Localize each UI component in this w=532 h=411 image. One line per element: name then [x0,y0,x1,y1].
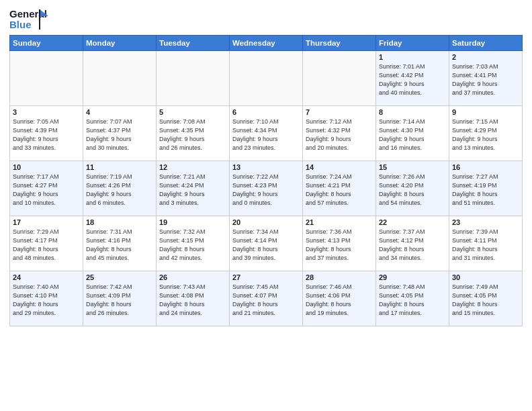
day-number: 24 [13,273,80,281]
day-number: 23 [452,218,519,226]
calendar-cell: 25Sunrise: 7:42 AM Sunset: 4:09 PM Dayli… [83,271,157,326]
day-number: 6 [232,108,300,116]
day-info: Sunrise: 7:03 AM Sunset: 4:41 PM Dayligh… [452,62,519,97]
calendar-cell: 7Sunrise: 7:12 AM Sunset: 4:32 PM Daylig… [303,106,376,161]
day-info: Sunrise: 7:22 AM Sunset: 4:23 PM Dayligh… [232,173,300,208]
day-number: 12 [159,163,226,171]
calendar-cell: 9Sunrise: 7:15 AM Sunset: 4:29 PM Daylig… [449,106,523,161]
calendar-cell: 16Sunrise: 7:27 AM Sunset: 4:19 PM Dayli… [449,161,523,216]
svg-text:Blue: Blue [9,19,32,30]
day-header-thursday: Thursday [303,36,376,51]
day-info: Sunrise: 7:34 AM Sunset: 4:14 PM Dayligh… [232,228,300,263]
day-info: Sunrise: 7:37 AM Sunset: 4:12 PM Dayligh… [379,228,446,263]
day-number: 2 [452,53,519,61]
calendar-cell: 21Sunrise: 7:36 AM Sunset: 4:13 PM Dayli… [303,216,376,271]
day-info: Sunrise: 7:45 AM Sunset: 4:07 PM Dayligh… [232,283,300,318]
calendar-cell: 20Sunrise: 7:34 AM Sunset: 4:14 PM Dayli… [230,216,303,271]
day-header-friday: Friday [376,36,449,51]
calendar-cell: 6Sunrise: 7:10 AM Sunset: 4:34 PM Daylig… [230,106,303,161]
calendar-cell: 29Sunrise: 7:48 AM Sunset: 4:05 PM Dayli… [376,271,449,326]
calendar-cell: 14Sunrise: 7:24 AM Sunset: 4:21 PM Dayli… [303,161,376,216]
calendar-cell [83,51,157,106]
day-info: Sunrise: 7:29 AM Sunset: 4:17 PM Dayligh… [13,228,80,263]
day-info: Sunrise: 7:01 AM Sunset: 4:42 PM Dayligh… [379,62,446,97]
day-number: 4 [86,108,153,116]
calendar-cell: 3Sunrise: 7:05 AM Sunset: 4:39 PM Daylig… [10,106,83,161]
calendar-cell: 17Sunrise: 7:29 AM Sunset: 4:17 PM Dayli… [10,216,83,271]
calendar-cell [10,51,83,106]
day-info: Sunrise: 7:46 AM Sunset: 4:06 PM Dayligh… [306,283,373,318]
day-number: 9 [452,108,519,116]
day-number: 11 [86,163,153,171]
day-info: Sunrise: 7:39 AM Sunset: 4:11 PM Dayligh… [452,228,519,263]
day-header-saturday: Saturday [449,36,523,51]
day-info: Sunrise: 7:24 AM Sunset: 4:21 PM Dayligh… [306,173,373,208]
day-info: Sunrise: 7:32 AM Sunset: 4:15 PM Dayligh… [159,228,226,263]
day-number: 27 [232,273,300,281]
day-number: 19 [159,218,226,226]
calendar-cell: 28Sunrise: 7:46 AM Sunset: 4:06 PM Dayli… [303,271,376,326]
day-number: 20 [232,218,300,226]
calendar-cell: 26Sunrise: 7:43 AM Sunset: 4:08 PM Dayli… [157,271,230,326]
day-header-tuesday: Tuesday [157,36,230,51]
day-header-wednesday: Wednesday [230,36,303,51]
day-number: 28 [306,273,373,281]
calendar-cell: 8Sunrise: 7:14 AM Sunset: 4:30 PM Daylig… [376,106,449,161]
day-number: 16 [452,163,519,171]
calendar-cell: 2Sunrise: 7:03 AM Sunset: 4:41 PM Daylig… [449,51,523,106]
day-info: Sunrise: 7:14 AM Sunset: 4:30 PM Dayligh… [379,118,446,152]
day-info: Sunrise: 7:27 AM Sunset: 4:19 PM Dayligh… [452,173,519,208]
day-number: 1 [379,53,446,61]
day-info: Sunrise: 7:21 AM Sunset: 4:24 PM Dayligh… [159,173,226,208]
day-number: 30 [452,273,519,281]
day-number: 3 [13,108,80,116]
day-info: Sunrise: 7:15 AM Sunset: 4:29 PM Dayligh… [452,118,519,152]
day-info: Sunrise: 7:19 AM Sunset: 4:26 PM Dayligh… [86,173,153,208]
day-number: 18 [86,218,153,226]
day-info: Sunrise: 7:07 AM Sunset: 4:37 PM Dayligh… [86,118,153,152]
calendar-cell: 22Sunrise: 7:37 AM Sunset: 4:12 PM Dayli… [376,216,449,271]
calendar-week-row: 10Sunrise: 7:17 AM Sunset: 4:27 PM Dayli… [10,161,523,216]
day-info: Sunrise: 7:36 AM Sunset: 4:13 PM Dayligh… [306,228,373,263]
calendar-cell: 27Sunrise: 7:45 AM Sunset: 4:07 PM Dayli… [230,271,303,326]
day-number: 25 [86,273,153,281]
calendar-cell: 1Sunrise: 7:01 AM Sunset: 4:42 PM Daylig… [376,51,449,106]
day-info: Sunrise: 7:43 AM Sunset: 4:08 PM Dayligh… [159,283,226,318]
day-info: Sunrise: 7:40 AM Sunset: 4:10 PM Dayligh… [13,283,80,318]
day-number: 22 [379,218,446,226]
day-header-monday: Monday [83,36,157,51]
calendar-week-row: 1Sunrise: 7:01 AM Sunset: 4:42 PM Daylig… [10,51,523,106]
day-number: 14 [306,163,373,171]
day-number: 10 [13,163,80,171]
day-number: 8 [379,108,446,116]
calendar-cell: 23Sunrise: 7:39 AM Sunset: 4:11 PM Dayli… [449,216,523,271]
logo-svg: GeneralBlue [9,7,50,31]
day-info: Sunrise: 7:26 AM Sunset: 4:20 PM Dayligh… [379,173,446,208]
calendar-cell: 18Sunrise: 7:31 AM Sunset: 4:16 PM Dayli… [83,216,157,271]
calendar-week-row: 24Sunrise: 7:40 AM Sunset: 4:10 PM Dayli… [10,271,523,326]
calendar-cell: 10Sunrise: 7:17 AM Sunset: 4:27 PM Dayli… [10,161,83,216]
calendar-cell: 13Sunrise: 7:22 AM Sunset: 4:23 PM Dayli… [230,161,303,216]
calendar-cell: 11Sunrise: 7:19 AM Sunset: 4:26 PM Dayli… [83,161,157,216]
day-info: Sunrise: 7:08 AM Sunset: 4:35 PM Dayligh… [159,118,226,152]
day-header-sunday: Sunday [10,36,83,51]
day-info: Sunrise: 7:17 AM Sunset: 4:27 PM Dayligh… [13,173,80,208]
day-info: Sunrise: 7:31 AM Sunset: 4:16 PM Dayligh… [86,228,153,263]
day-number: 5 [159,108,226,116]
calendar-cell [303,51,376,106]
calendar-cell: 5Sunrise: 7:08 AM Sunset: 4:35 PM Daylig… [157,106,230,161]
calendar-cell: 24Sunrise: 7:40 AM Sunset: 4:10 PM Dayli… [10,271,83,326]
day-info: Sunrise: 7:10 AM Sunset: 4:34 PM Dayligh… [232,118,300,152]
calendar-cell: 19Sunrise: 7:32 AM Sunset: 4:15 PM Dayli… [157,216,230,271]
day-number: 17 [13,218,80,226]
day-number: 26 [159,273,226,281]
day-info: Sunrise: 7:49 AM Sunset: 4:05 PM Dayligh… [452,283,519,318]
day-number: 13 [232,163,300,171]
day-number: 15 [379,163,446,171]
logo: GeneralBlue [9,7,50,31]
day-number: 7 [306,108,373,116]
day-number: 21 [306,218,373,226]
page-header: GeneralBlue [9,7,523,31]
calendar-cell: 30Sunrise: 7:49 AM Sunset: 4:05 PM Dayli… [449,271,523,326]
calendar-cell [230,51,303,106]
